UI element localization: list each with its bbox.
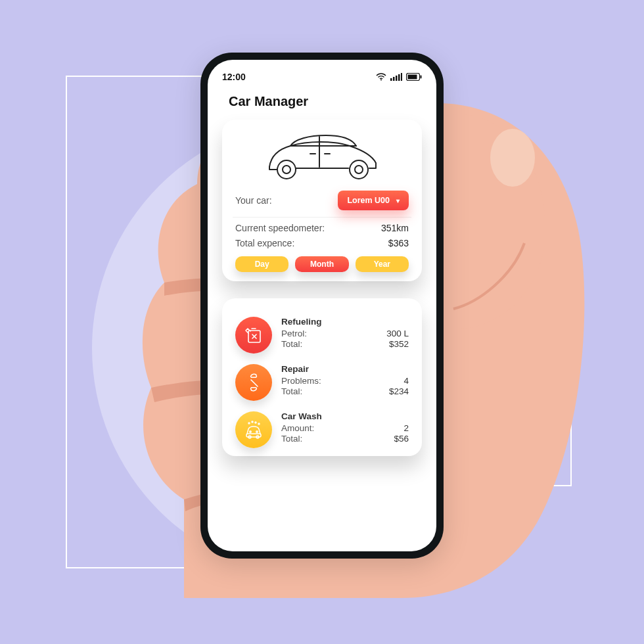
svg-point-32 [256,431,258,432]
expenses-card: Refueling Petrol:300 L Total:$352 Repair… [222,298,422,456]
expense-carwash[interactable]: Car Wash Amount:2 Total:$56 [235,411,409,448]
expense-line-value: $234 [389,386,409,396]
svg-rect-3 [390,78,392,81]
phone-screen: 12:00 Car Manager [208,60,436,551]
svg-point-16 [355,166,363,173]
car-select-value: Lorem U00 [347,196,390,205]
period-month-button[interactable]: Month [295,256,348,272]
svg-rect-10 [408,75,417,80]
period-year-button[interactable]: Year [356,256,409,272]
svg-point-27 [258,423,260,425]
period-day-button[interactable]: Day [235,256,288,272]
expense-line-label: Total: [281,434,302,444]
expense-line-value: $56 [394,434,409,444]
expense-repair[interactable]: Repair Problems:4 Total:$234 [235,364,409,401]
expense-line-label: Total: [281,339,302,349]
wrench-icon [235,364,272,401]
expense-line-label: Total: [281,386,302,396]
battery-icon [406,73,422,81]
signal-icon [390,73,402,81]
expense-line-value: 300 L [386,329,409,338]
svg-rect-5 [396,76,398,81]
svg-line-23 [251,380,258,386]
expense-line-label: Problems: [281,376,321,386]
wifi-icon [376,73,386,81]
svg-point-31 [250,431,251,432]
expense-line-value: 4 [403,376,409,386]
status-time: 12:00 [222,72,246,82]
expense-line-value: $352 [389,339,409,349]
period-selector: Day Month Year [235,256,409,272]
svg-rect-7 [401,73,402,81]
your-car-label: Your car: [235,195,272,206]
svg-point-25 [252,421,253,423]
fuel-can-icon [235,317,272,354]
expense-title: Repair [281,364,409,374]
car-select-dropdown[interactable]: Lorem U00 ▾ [338,191,409,210]
svg-rect-4 [393,77,395,81]
divider [233,217,411,218]
car-wash-icon [235,411,272,448]
total-expense-label: Total expence: [235,238,294,248]
chevron-down-icon: ▾ [396,197,400,204]
svg-point-2 [380,80,382,81]
svg-point-26 [255,422,256,423]
svg-rect-9 [421,76,422,79]
expense-refueling[interactable]: Refueling Petrol:300 L Total:$352 [235,317,409,354]
speedometer-value: 351km [381,223,409,233]
svg-point-24 [248,423,250,424]
total-expense-value: $363 [388,238,409,248]
svg-rect-6 [398,74,400,81]
summary-card: Your car: Lorem U00 ▾ Current speedomete… [222,120,422,281]
status-bar: 12:00 [222,72,422,82]
svg-point-15 [350,160,368,179]
expense-line-value: 2 [403,423,409,433]
speedometer-label: Current speedometer: [235,223,325,233]
expense-title: Refueling [281,317,409,327]
expense-line-label: Petrol: [281,329,307,338]
svg-point-1 [490,129,535,187]
svg-point-13 [277,160,296,179]
phone-frame: 12:00 Car Manager [200,53,444,559]
car-outline-icon [235,130,409,184]
app-title: Car Manager [229,94,422,109]
expense-line-label: Amount: [281,423,314,433]
expense-title: Car Wash [281,411,409,421]
svg-point-14 [283,166,290,173]
